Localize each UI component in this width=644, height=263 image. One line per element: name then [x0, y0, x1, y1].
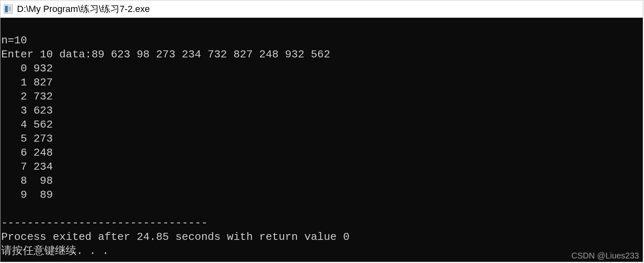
console-line: --------------------------------: [1, 217, 208, 229]
console-line: 8 98: [1, 175, 53, 187]
console-line: 9 89: [1, 189, 53, 201]
app-icon: [4, 5, 13, 14]
console-line: 1 827: [1, 76, 53, 89]
window-title: D:\My Program\练习\练习7-2.exe: [17, 3, 150, 15]
svg-rect-2: [8, 6, 12, 12]
console-line: 5 273: [1, 133, 53, 145]
console-line: 3 623: [1, 104, 53, 117]
console-line: n=10: [1, 34, 27, 47]
console-line: Enter 10 data:89 623 98 273 234 732 827 …: [1, 48, 330, 61]
console-line: 0 932: [1, 62, 53, 75]
titlebar[interactable]: D:\My Program\练习\练习7-2.exe: [0, 0, 643, 18]
console-line: 请按任意键继续. . .: [1, 245, 109, 257]
console-line: 4 562: [1, 118, 53, 131]
console-line: 6 248: [1, 147, 53, 159]
svg-rect-1: [5, 6, 8, 12]
console-output[interactable]: n=10 Enter 10 data:89 623 98 273 234 732…: [0, 18, 643, 262]
console-line: 7 234: [1, 161, 53, 173]
watermark: CSDN @Liues233: [571, 251, 639, 261]
console-line: 2 732: [1, 90, 53, 103]
console-line: Process exited after 24.85 seconds with …: [1, 231, 350, 243]
console-window: D:\My Program\练习\练习7-2.exe n=10 Enter 10…: [0, 0, 643, 262]
